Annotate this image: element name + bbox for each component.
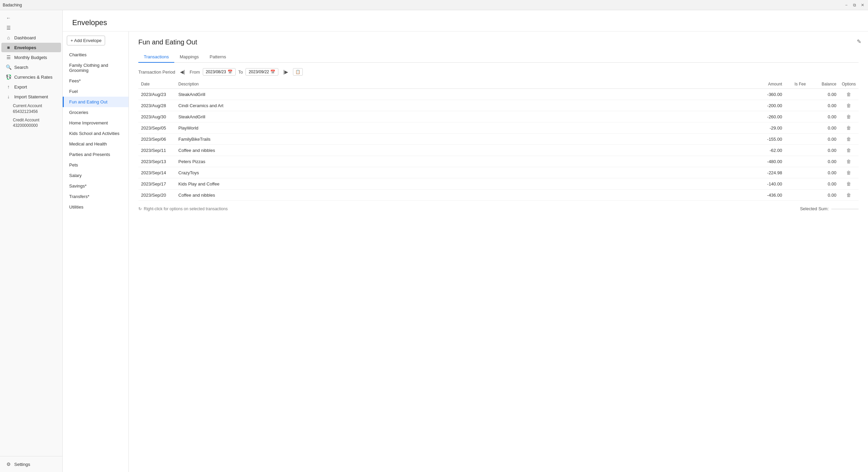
cell-date-8: 2023/Sep/17 [138, 178, 176, 190]
sidebar-label-dashboard: Dashboard [14, 35, 36, 40]
delete-transaction-6[interactable]: 🗑 [845, 158, 852, 165]
table-row: 2023/Sep/14CrazyToys-224.980.00🗑 [138, 167, 859, 178]
delete-transaction-1[interactable]: 🗑 [845, 102, 852, 109]
col-header-date: Date [138, 80, 176, 89]
cell-desc-5: Coffee and nibbles [176, 145, 754, 156]
sidebar-label-import: Import Statement [14, 94, 48, 99]
col-header-balance: Balance [809, 80, 839, 89]
envelope-items-container: CharitiesFamily Clothing and GroomingFee… [63, 50, 129, 212]
cell-date-6: 2023/Sep/13 [138, 156, 176, 167]
sidebar-label-settings: Settings [14, 462, 30, 467]
restore-button[interactable]: ⧉ [852, 3, 857, 7]
delete-transaction-9[interactable]: 🗑 [845, 192, 852, 198]
sidebar-item-currencies[interactable]: 💱 Currencies & Rates [1, 72, 61, 82]
cell-date-4: 2023/Sep/06 [138, 134, 176, 145]
selected-sum-label: Selected Sum: [800, 206, 829, 211]
envelope-item-fuel[interactable]: Fuel [63, 86, 129, 97]
envelope-item-groceries[interactable]: Groceries [63, 107, 129, 118]
envelope-item-fun-eating[interactable]: Fun and Eating Out [63, 97, 129, 107]
copy-period-button[interactable]: 📋 [293, 68, 303, 76]
sidebar-menu-button[interactable]: ☰ [1, 23, 61, 33]
add-envelope-button[interactable]: + Add Envelope [67, 36, 105, 45]
cell-desc-3: PlayWorld [176, 122, 754, 134]
tab-mappings[interactable]: Mappings [174, 52, 204, 63]
cell-balance-9: 0.00 [809, 190, 839, 201]
cell-options-6: 🗑 [839, 156, 859, 167]
cell-amount-9: -436.00 [754, 190, 785, 201]
sidebar-item-monthly-budgets[interactable]: ☰ Monthly Budgets [1, 53, 61, 62]
period-from-date[interactable]: 2023/08/23 📅 [203, 68, 236, 76]
sidebar-item-settings[interactable]: ⚙ Settings [1, 459, 61, 469]
tab-patterns[interactable]: Patterns [204, 52, 231, 63]
envelope-item-fees[interactable]: Fees* [63, 76, 129, 86]
content-area: + Add Envelope CharitiesFamily Clothing … [63, 32, 868, 472]
title-bar: Badaching − ⧉ ✕ [0, 0, 868, 10]
envelope-item-medical-health[interactable]: Medical and Health [63, 139, 129, 149]
currencies-icon: 💱 [5, 74, 12, 80]
envelope-item-home-improvement[interactable]: Home Improvement [63, 118, 129, 128]
cell-balance-0: 0.00 [809, 89, 839, 100]
back-icon: ← [5, 15, 12, 21]
envelope-item-transfers[interactable]: Transfers* [63, 191, 129, 202]
period-prev-button[interactable]: ◀| [178, 68, 187, 76]
envelope-item-utilities[interactable]: Utilities [63, 202, 129, 212]
delete-transaction-7[interactable]: 🗑 [845, 169, 852, 176]
main-content: Envelopes + Add Envelope CharitiesFamily… [63, 10, 868, 472]
sidebar-account-current[interactable]: Current Account 65432123456 [0, 102, 62, 116]
envelope-item-charities[interactable]: Charities [63, 50, 129, 60]
minimize-button[interactable]: − [844, 3, 849, 7]
delete-transaction-8[interactable]: 🗑 [845, 180, 852, 187]
envelope-item-salary[interactable]: Salary [63, 170, 129, 181]
sidebar-item-envelopes[interactable]: ■ Envelopes [1, 43, 61, 52]
cell-date-5: 2023/Sep/11 [138, 145, 176, 156]
app-title: Badaching [3, 3, 22, 7]
table-header-row: Date Description Amount Is Fee Balance O… [138, 80, 859, 89]
sidebar-account-credit[interactable]: Credit Account 43200000000 [0, 116, 62, 130]
cell-desc-8: Kids Play and Coffee [176, 178, 754, 190]
delete-transaction-0[interactable]: 🗑 [845, 91, 852, 98]
table-row: 2023/Sep/20Coffee and nibbles-436.000.00… [138, 190, 859, 201]
cell-desc-4: FamilyBikeTrails [176, 134, 754, 145]
cell-isfee-1 [785, 100, 809, 111]
selected-sum-value [831, 208, 859, 209]
cell-options-5: 🗑 [839, 145, 859, 156]
sidebar-item-search[interactable]: 🔍 Search [1, 62, 61, 72]
sidebar-account-credit-label: Credit Account [13, 117, 58, 123]
envelope-item-pets[interactable]: Pets [63, 160, 129, 170]
sidebar-item-import-statement[interactable]: ↓ Import Statement [1, 92, 61, 101]
delete-transaction-2[interactable]: 🗑 [845, 113, 852, 120]
cell-isfee-3 [785, 122, 809, 134]
cell-isfee-4 [785, 134, 809, 145]
close-button[interactable]: ✕ [860, 3, 865, 7]
sidebar-item-dashboard[interactable]: ⌂ Dashboard [1, 33, 61, 42]
hint-text: Right-click for options on selected tran… [144, 206, 228, 211]
cell-amount-0: -360.00 [754, 89, 785, 100]
envelope-item-savings[interactable]: Savings* [63, 181, 129, 191]
tab-transactions[interactable]: Transactions [138, 52, 174, 63]
edit-envelope-button[interactable]: ✎ [857, 38, 861, 45]
cell-amount-1: -200.00 [754, 100, 785, 111]
delete-transaction-5[interactable]: 🗑 [845, 147, 852, 154]
sidebar-label-monthly-budgets: Monthly Budgets [14, 55, 47, 60]
delete-transaction-4[interactable]: 🗑 [845, 136, 852, 142]
cell-isfee-8 [785, 178, 809, 190]
cell-options-3: 🗑 [839, 122, 859, 134]
detail-title: Fun and Eating Out [138, 38, 859, 46]
envelope-item-parties-presents[interactable]: Parties and Presents [63, 149, 129, 160]
cell-date-1: 2023/Aug/28 [138, 100, 176, 111]
envelope-item-family-clothing[interactable]: Family Clothing and Grooming [63, 60, 129, 76]
from-date-value: 2023/08/23 [206, 70, 226, 74]
period-next-button[interactable]: |▶ [281, 68, 290, 76]
sidebar: ← ☰ ⌂ Dashboard ■ Envelopes ☰ Monthly Bu… [0, 10, 63, 472]
detail-panel: Fun and Eating Out ✎ Transactions Mappin… [129, 32, 868, 472]
cell-date-2: 2023/Aug/30 [138, 111, 176, 122]
search-icon: 🔍 [5, 64, 12, 70]
period-to-date[interactable]: 2023/09/22 📅 [245, 68, 278, 76]
table-row: 2023/Aug/23SteakAndGrill-360.000.00🗑 [138, 89, 859, 100]
envelope-item-kids-school[interactable]: Kids School and Activities [63, 128, 129, 139]
tabs: Transactions Mappings Patterns [138, 52, 859, 63]
delete-transaction-3[interactable]: 🗑 [845, 124, 852, 131]
sidebar-back-button[interactable]: ← [1, 13, 61, 23]
envelopes-icon: ■ [5, 45, 12, 50]
sidebar-item-export[interactable]: ↑ Export [1, 82, 61, 92]
